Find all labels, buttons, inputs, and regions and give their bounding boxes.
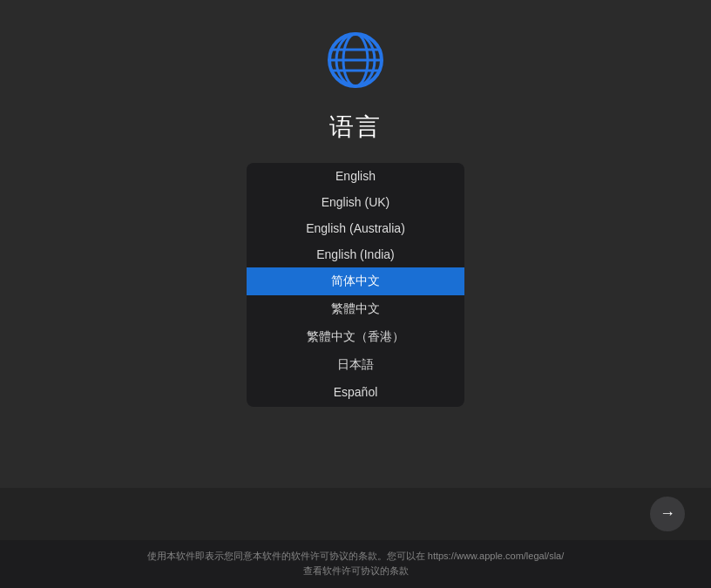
language-item[interactable]: 简体中文 [247, 267, 464, 295]
language-item[interactable]: 繁體中文（香港） [247, 323, 464, 351]
footer-bar: 使用本软件即表示您同意本软件的软件许可协议的条款。您可以在 https://ww… [0, 540, 711, 588]
language-item[interactable]: English (Australia) [247, 215, 464, 241]
language-item[interactable]: English [247, 163, 464, 189]
language-item[interactable]: 日本語 [247, 351, 464, 379]
language-item[interactable]: 繁體中文 [247, 295, 464, 323]
language-list-container: EnglishEnglish (UK)English (Australia)En… [247, 163, 464, 407]
bottom-bar: → [0, 488, 711, 540]
page-title: 语言 [329, 111, 382, 144]
language-item[interactable]: Español [247, 379, 464, 405]
language-item[interactable]: English (UK) [247, 189, 464, 215]
language-item[interactable]: Español (Latinoamérica) [247, 405, 464, 407]
footer-text: 使用本软件即表示您同意本软件的软件许可协议的条款。您可以在 https://ww… [17, 549, 694, 579]
globe-icon [324, 29, 387, 95]
language-list[interactable]: EnglishEnglish (UK)English (Australia)En… [247, 163, 464, 407]
next-button[interactable]: → [650, 497, 685, 531]
language-item[interactable]: English (India) [247, 241, 464, 267]
main-content: 语言 EnglishEnglish (UK)English (Australia… [0, 0, 711, 488]
